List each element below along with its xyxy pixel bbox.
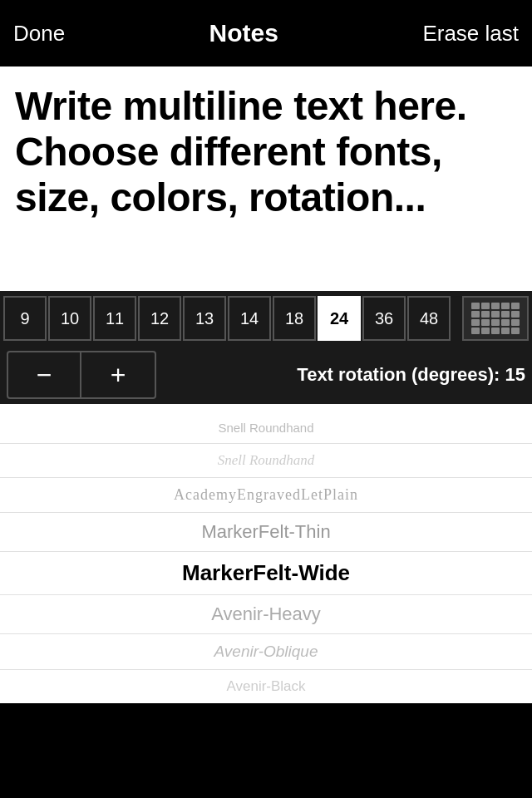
grid-picker-button[interactable] — [462, 296, 529, 341]
text-preview-area[interactable]: Write multiline text here. Choose differ… — [0, 66, 532, 291]
font-size-11-button[interactable]: 11 — [93, 296, 136, 341]
font-size-13-button[interactable]: 13 — [183, 296, 226, 341]
page-title: Notes — [209, 19, 278, 47]
rotation-increment-button[interactable]: + — [81, 351, 156, 399]
font-size-12-button[interactable]: 12 — [138, 296, 181, 341]
grid-icon — [471, 303, 520, 334]
preview-text: Write multiline text here. Choose differ… — [15, 83, 517, 221]
font-size-24-button[interactable]: 24 — [318, 296, 361, 341]
font-size-9-button[interactable]: 9 — [3, 296, 47, 341]
font-list: Snell RoundhandSnell RoundhandAcademyEng… — [0, 404, 532, 703]
font-size-36-button[interactable]: 36 — [362, 296, 406, 341]
font-size-row: 9101112131418243648 — [0, 291, 532, 346]
font-size-10-button[interactable]: 10 — [48, 296, 91, 341]
erase-last-button[interactable]: Erase last — [422, 21, 519, 47]
bottom-bar — [0, 703, 532, 736]
rotation-row: − + Text rotation (degrees): 15 — [0, 346, 532, 404]
done-button[interactable]: Done — [13, 21, 65, 47]
font-size-48-button[interactable]: 48 — [407, 296, 451, 341]
font-size-18-button[interactable]: 18 — [273, 296, 316, 341]
font-size-14-button[interactable]: 14 — [228, 296, 271, 341]
top-bar: Done Notes Erase last — [0, 0, 532, 66]
font-item-avenir-black[interactable]: Avenir-Black — [0, 670, 532, 703]
font-item-avenir-heavy[interactable]: Avenir-Heavy — [0, 595, 532, 634]
font-item-avenir-oblique[interactable]: Avenir-Oblique — [0, 634, 532, 670]
font-item-markerfelt-thin[interactable]: MarkerFelt-Thin — [0, 513, 532, 552]
font-item-academyengravedletplain[interactable]: AcademyEngravedLetPlain — [0, 478, 532, 513]
font-item-snellroundhand2[interactable]: Snell Roundhand — [0, 444, 532, 478]
font-item-snellroundhand[interactable]: Snell Roundhand — [0, 412, 532, 444]
rotation-label: Text rotation (degrees): 15 — [297, 364, 525, 386]
rotation-decrement-button[interactable]: − — [7, 351, 81, 399]
font-item-markerfelt-wide[interactable]: MarkerFelt-Wide — [0, 552, 532, 595]
